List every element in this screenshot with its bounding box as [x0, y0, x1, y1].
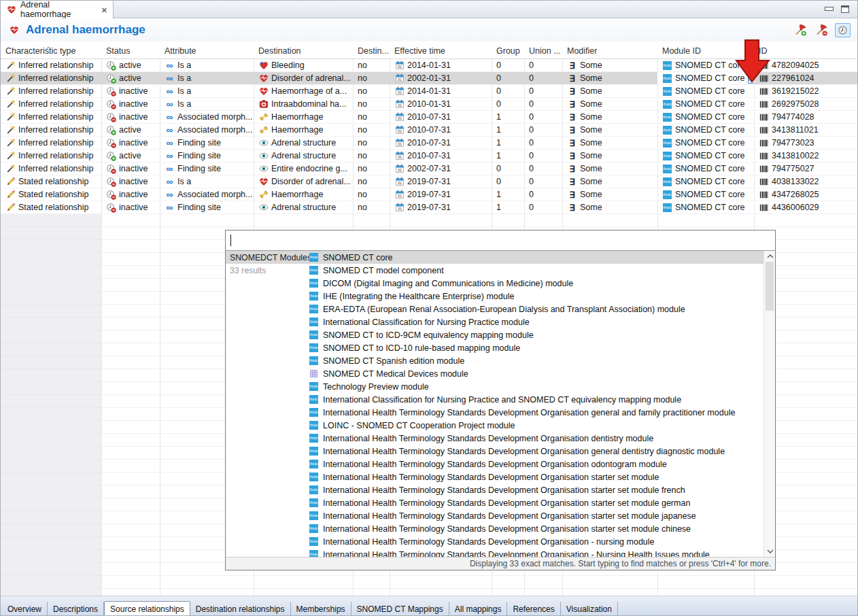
minimize-button[interactable] — [825, 5, 833, 13]
cell-text: active — [119, 61, 141, 70]
tab-overview[interactable]: Overview — [2, 602, 48, 616]
scroll-down-button[interactable] — [766, 548, 774, 555]
tab-snomed-ct-mappings[interactable]: SNOMED CT Mappings — [351, 602, 449, 616]
module-list-item[interactable]: ihtsdoInternational Health Terminology S… — [309, 522, 763, 535]
cell-text: 0 — [496, 177, 501, 186]
id-cell: 4436006029 — [754, 201, 858, 213]
module-icon: ihtsdo — [662, 99, 672, 109]
module-label: International Health Terminology Standar… — [323, 550, 710, 558]
module-list-item[interactable]: ihtsdoERA-EDTA (European Renal Associati… — [309, 303, 763, 315]
module-label: International Health Terminology Standar… — [323, 511, 696, 521]
table-row[interactable]: Stated relationshipinactive∞Finding site… — [1, 201, 858, 214]
column-header-union[interactable]: Union ... — [524, 41, 562, 58]
column-header-id[interactable]: ID — [754, 41, 858, 58]
remove-relationship-button[interactable] — [814, 23, 829, 37]
module-label: SNOMED CT core — [323, 253, 393, 262]
table-row[interactable]: Stated relationshipinactive∞Is aDisorder… — [1, 175, 858, 188]
module-icon: ihtsdo — [309, 304, 319, 314]
module-list-item[interactable]: ihtsdoInternational Health Terminology S… — [309, 445, 763, 458]
module-list-item[interactable]: ihtsdoInternational Health Terminology S… — [309, 548, 763, 557]
id-cell: 3619215022 — [754, 85, 858, 97]
column-header-status[interactable]: Status — [101, 41, 160, 58]
tab-descriptions[interactable]: Descriptions — [48, 602, 104, 616]
module-list-item[interactable]: ihtsdoInternational Health Terminology S… — [309, 406, 763, 419]
module-list-item[interactable]: ihtsdoTechnology Preview module — [309, 380, 763, 393]
cell-text: Inferred relationship — [18, 73, 93, 83]
destination-cell: Haemorrhage — [254, 111, 353, 123]
module-list-item[interactable]: ihtsdoInternational Health Terminology S… — [309, 535, 763, 548]
column-header-destin[interactable]: Destin... — [353, 41, 390, 58]
scrollbar-thumb[interactable] — [766, 262, 774, 311]
attribute-cell: ∞Associated morph... — [160, 111, 254, 123]
column-header-modifier[interactable]: Modifier — [562, 41, 657, 58]
module-list-item[interactable]: ihtsdoInternational Health Terminology S… — [309, 509, 763, 522]
column-header-label: Union ... — [529, 46, 561, 56]
cell-text: SNOMED CT core — [675, 99, 745, 109]
module-list-item[interactable]: ihtsdoInternational Health Terminology S… — [309, 496, 763, 509]
table-row[interactable]: Inferred relationshipinactive∞Finding si… — [1, 162, 858, 175]
tab-memberships[interactable]: Memberships — [291, 602, 351, 616]
table-row[interactable]: Inferred relationshipactive∞Is aBleeding… — [1, 59, 858, 72]
module-list-item[interactable]: ihtsdoSNOMED CT Spanish edition module — [309, 354, 763, 367]
add-relationship-button[interactable] — [793, 23, 808, 37]
infinity-icon: ∞ — [165, 112, 175, 122]
module-edit-button[interactable] — [748, 73, 754, 84]
tab-source-relationships[interactable]: Source relationships — [104, 601, 190, 616]
table-row[interactable]: Inferred relationshipactive∞Finding site… — [1, 150, 858, 162]
tab-all-mappings[interactable]: All mappings — [449, 602, 508, 616]
cell-text: SNOMED CT core — [675, 61, 745, 70]
table-row[interactable]: Inferred relationshipinactive∞Finding si… — [1, 137, 858, 150]
barcode-icon — [759, 86, 769, 97]
module-icon: ihtsdo — [309, 343, 319, 353]
column-header-effective-time[interactable]: Effective time — [390, 41, 492, 58]
effective-time-cell: 312019-07-31 — [390, 201, 492, 213]
module-label: SNOMED CT to ICD-10 rule-based mapping m… — [323, 343, 520, 353]
table-row[interactable]: Inferred relationshipinactive∞Associated… — [1, 111, 858, 124]
module-list-item-selected[interactable]: ihtsdoSNOMED CT core — [309, 251, 763, 264]
module-list-item[interactable]: ihtsdoInternational Health Terminology S… — [309, 470, 763, 483]
history-toggle-button[interactable] — [835, 23, 851, 37]
module-list-item[interactable]: ihtsdoInternational Classification for N… — [309, 315, 763, 328]
scroll-up-button[interactable] — [766, 253, 774, 260]
tab-visualization[interactable]: Visualization — [561, 602, 618, 616]
column-header-destination[interactable]: Destination — [254, 41, 353, 58]
column-header-label: ID — [759, 46, 768, 56]
close-icon[interactable]: ✕ — [101, 3, 107, 16]
table-row[interactable]: Inferred relationshipactive∞Is aDisorder… — [1, 72, 858, 85]
module-list-item[interactable]: ihtsdoIHE (Integrating the Healthcare En… — [309, 290, 763, 303]
module-search-input[interactable] — [226, 230, 775, 251]
column-header-group[interactable]: Group — [492, 41, 524, 58]
module-label: International Health Terminology Standar… — [323, 524, 691, 534]
table-row[interactable]: Inferred relationshipactive∞Associated m… — [1, 124, 858, 137]
module-list-item[interactable]: ihtsdoInternational Health Terminology S… — [309, 483, 763, 496]
destination-negated-cell: no — [353, 175, 390, 188]
module-list-item[interactable]: ihtsdoSNOMED CT to ICD-10 rule-based map… — [309, 341, 763, 354]
modifier-cell: ∃Some — [562, 188, 657, 201]
module-list-item[interactable]: ihtsdoDICOM (Digital Imaging and Communi… — [309, 277, 763, 290]
cell-text: Some — [580, 112, 602, 122]
maximize-button[interactable] — [841, 5, 849, 13]
table-row[interactable]: Stated relationshipinactive∞Associated m… — [1, 188, 858, 201]
tab-destination-relationships[interactable]: Destination relationships — [190, 602, 291, 616]
editor-tab-adrenal-haemorrhage[interactable]: Adrenal haemorrhage ✕ — [1, 1, 114, 18]
clock-remove-icon — [106, 190, 116, 200]
module-list-item[interactable]: ihtsdoLOINC - SNOMED CT Cooperation Proj… — [309, 419, 763, 432]
scrollbar[interactable] — [763, 251, 775, 557]
module-list-item[interactable]: ihtsdoInternational Classification for N… — [309, 393, 763, 406]
column-header-attribute[interactable]: Attribute — [160, 41, 254, 58]
tab-references[interactable]: References — [507, 602, 560, 616]
destination-cell: Entire endocrine g... — [254, 162, 353, 175]
exists-icon: ∃ — [567, 190, 577, 200]
module-list-item[interactable]: ihtsdoSNOMED CT model component — [309, 264, 763, 277]
attribute-cell: ∞Finding site — [160, 137, 254, 149]
module-list-item[interactable]: ihtsdoSNOMED CT to ICD-9CM equivalency m… — [309, 328, 763, 341]
column-header-module-id[interactable]: Module ID — [657, 41, 754, 58]
table-row[interactable]: Inferred relationshipinactive∞Is aIntraa… — [1, 98, 858, 111]
bone-icon — [258, 190, 269, 200]
column-header-characteristic-type[interactable]: Characteristic type — [1, 41, 101, 58]
wand-icon — [5, 73, 16, 84]
module-list-item[interactable]: ihtsdoInternational Health Terminology S… — [309, 432, 763, 445]
module-list-item[interactable]: SNOMED CT Medical Devices module — [309, 367, 763, 380]
module-list-item[interactable]: ihtsdoInternational Health Terminology S… — [309, 458, 763, 470]
table-row[interactable]: Inferred relationshipinactive∞Is aHaemor… — [1, 85, 858, 98]
